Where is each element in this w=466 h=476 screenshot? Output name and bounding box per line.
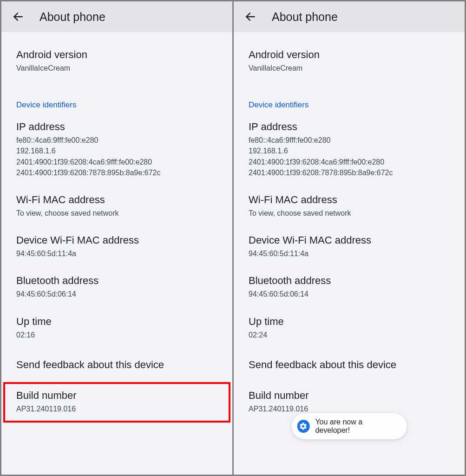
app-header: About phone <box>1 1 232 32</box>
ip-address-label: IP address <box>16 121 217 133</box>
developer-toast: You are now a developer! <box>291 413 407 439</box>
wifi-mac-item[interactable]: Wi-Fi MAC address To view, choose saved … <box>16 185 217 226</box>
build-number-value: AP31.240119.016 <box>16 403 217 414</box>
build-number-label: Build number <box>249 390 450 402</box>
android-version-label: Android version <box>16 49 217 61</box>
android-version-value: VanillaIceCream <box>249 63 450 73</box>
device-identifiers-header: Device identifiers <box>16 81 217 112</box>
arrow-back-icon <box>244 11 256 23</box>
wifi-mac-value: To view, choose saved network <box>249 208 450 218</box>
device-wifi-mac-item[interactable]: Device Wi-Fi MAC address 94:45:60:5d:11:… <box>249 226 450 266</box>
wifi-mac-value: To view, choose saved network <box>16 208 217 218</box>
android-version-value: VanillaIceCream <box>16 63 217 73</box>
bluetooth-label: Bluetooth address <box>16 275 217 287</box>
bluetooth-value: 94:45:60:5d:06:14 <box>16 289 217 299</box>
device-wifi-mac-label: Device Wi-Fi MAC address <box>249 234 450 246</box>
send-feedback-item[interactable]: Send feedback about this device <box>249 348 450 382</box>
send-feedback-label: Send feedback about this device <box>16 359 217 371</box>
android-version-item[interactable]: Android version VanillaIceCream <box>249 32 450 81</box>
right-panel: About phone Android version VanillaIceCr… <box>234 1 465 475</box>
app-header: About phone <box>234 1 465 32</box>
build-number-value: AP31.240119.016 <box>249 403 450 414</box>
gear-icon <box>297 420 309 433</box>
device-identifiers-header: Device identifiers <box>249 81 450 112</box>
ip-address-value: fe80::4ca6:9fff:fe00:e280 192.168.1.6 24… <box>249 135 450 178</box>
device-wifi-mac-value: 94:45:60:5d:11:4a <box>16 248 217 259</box>
wifi-mac-item[interactable]: Wi-Fi MAC address To view, choose saved … <box>249 185 450 226</box>
ip-address-value: fe80::4ca6:9fff:fe00:e280 192.168.1.6 24… <box>16 135 217 178</box>
bluetooth-item[interactable]: Bluetooth address 94:45:60:5d:06:14 <box>16 266 217 307</box>
back-button[interactable] <box>8 7 28 27</box>
uptime-label: Up time <box>16 316 217 328</box>
bluetooth-label: Bluetooth address <box>249 275 450 287</box>
page-title: About phone <box>39 10 105 24</box>
ip-address-item[interactable]: IP address fe80::4ca6:9fff:fe00:e280 192… <box>249 112 450 185</box>
bluetooth-value: 94:45:60:5d:06:14 <box>249 289 450 299</box>
android-version-label: Android version <box>249 49 450 61</box>
build-number-highlight: Build number AP31.240119.016 <box>3 382 230 423</box>
ip-address-item[interactable]: IP address fe80::4ca6:9fff:fe00:e280 192… <box>16 112 217 185</box>
uptime-item[interactable]: Up time 02:16 <box>16 307 217 348</box>
left-panel: About phone Android version VanillaIceCr… <box>1 1 232 475</box>
device-wifi-mac-item[interactable]: Device Wi-Fi MAC address 94:45:60:5d:11:… <box>16 226 217 266</box>
build-number-item[interactable]: Build number AP31.240119.016 <box>16 390 217 414</box>
android-version-item[interactable]: Android version VanillaIceCream <box>16 32 217 81</box>
build-number-label: Build number <box>16 390 217 402</box>
send-feedback-label: Send feedback about this device <box>249 359 450 371</box>
device-wifi-mac-value: 94:45:60:5d:11:4a <box>249 248 450 259</box>
content-area: Android version VanillaIceCream Device i… <box>1 32 232 475</box>
wifi-mac-label: Wi-Fi MAC address <box>16 194 217 206</box>
wifi-mac-label: Wi-Fi MAC address <box>249 194 450 206</box>
send-feedback-item[interactable]: Send feedback about this device <box>16 348 217 382</box>
toast-text: You are now a developer! <box>315 418 396 435</box>
uptime-label: Up time <box>249 316 450 328</box>
back-button[interactable] <box>240 7 261 27</box>
ip-address-label: IP address <box>249 121 450 133</box>
arrow-back-icon <box>12 11 24 23</box>
bluetooth-item[interactable]: Bluetooth address 94:45:60:5d:06:14 <box>249 266 450 307</box>
uptime-item[interactable]: Up time 02:24 <box>249 307 450 348</box>
device-wifi-mac-label: Device Wi-Fi MAC address <box>16 234 217 246</box>
content-area: Android version VanillaIceCream Device i… <box>234 32 465 475</box>
page-title: About phone <box>272 10 338 24</box>
uptime-value: 02:24 <box>249 330 450 340</box>
uptime-value: 02:16 <box>16 330 217 340</box>
